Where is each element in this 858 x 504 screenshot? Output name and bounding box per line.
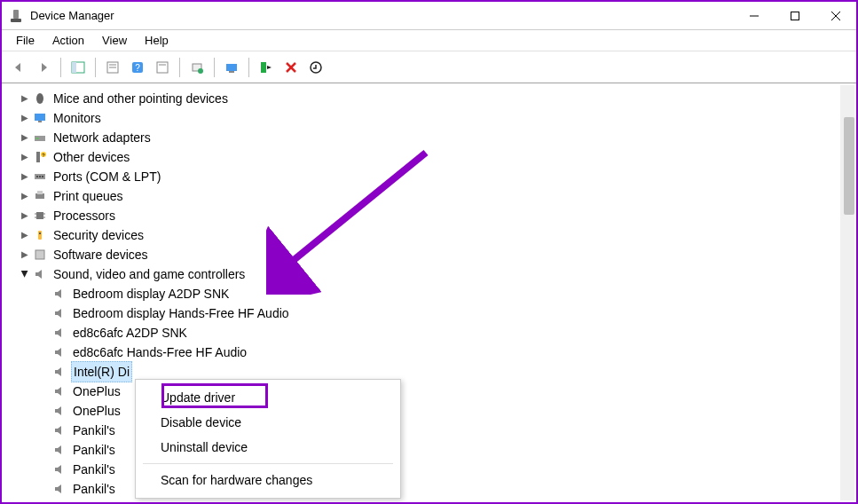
svg-rect-13 [157,62,168,73]
sound-icon [51,462,67,476]
ctx-scan-hardware[interactable]: Scan for hardware changes [136,468,400,492]
device-label: Bedroom display Hands-Free HF Audio [71,303,291,323]
svg-point-27 [36,138,38,139]
svg-rect-1 [11,19,21,22]
device-tree[interactable]: ▶Mice and other pointing devices▶Monitor… [2,83,856,502]
chevron-right-icon[interactable]: ▶ [18,186,32,206]
category-label: Security devices [51,225,146,245]
other-icon: ? [32,150,48,164]
svg-rect-3 [791,12,799,20]
printer-icon [32,189,48,203]
category-label: Other devices [51,147,131,167]
category-label: Sound, video and game controllers [51,264,247,284]
svg-point-34 [42,176,43,177]
sound-icon [51,306,67,320]
scan-button[interactable] [185,56,209,79]
chevron-right-icon[interactable]: ▶ [18,108,32,128]
sound-icon [51,423,67,437]
ctx-separator [143,463,393,464]
chevron-right-icon[interactable]: ▶ [18,206,32,225]
mouse-icon [32,91,48,106]
monitor-icon [32,111,48,125]
chevron-right-icon[interactable]: ▶ [18,89,32,108]
tree-device-item[interactable]: Bedroom display A2DP SNK [37,284,856,303]
device-label: Intel(R) Di [71,361,132,382]
properties-button[interactable] [101,56,124,79]
ctx-update-driver[interactable]: Update driver [136,385,400,410]
tree-device-item[interactable]: ed8c6afc A2DP SNK [37,323,856,343]
tree-device-item[interactable]: Bedroom display Hands-Free HF Audio [37,303,856,323]
toolbar-separator [214,58,215,77]
minimize-button[interactable] [734,2,775,30]
svg-rect-24 [35,114,45,121]
action-button[interactable] [304,56,327,79]
back-button[interactable] [7,56,30,79]
window-controls [734,2,856,30]
menu-help[interactable]: Help [136,32,177,49]
device-label: OnePlus [71,401,122,421]
svg-point-43 [39,232,41,234]
sound-icon [51,326,67,340]
svg-rect-44 [35,250,44,259]
ctx-disable-device[interactable]: Disable device [136,410,400,435]
tree-category[interactable]: ▶Print queues [18,186,856,206]
tree-category[interactable]: ▶Ports (COM & LPT) [18,167,856,186]
tree-category[interactable]: ▶Security devices [18,225,856,245]
menu-view[interactable]: View [93,32,136,49]
svg-rect-19 [261,62,266,73]
toolbar-separator [95,58,96,77]
sound-icon [51,482,67,496]
close-button[interactable] [815,2,856,30]
svg-point-33 [39,176,41,177]
window-title: Device Manager [30,9,734,22]
svg-rect-25 [38,121,42,122]
ctx-uninstall-device[interactable]: Uninstall device [136,435,400,460]
category-label: Ports (COM & LPT) [51,167,162,186]
svg-rect-18 [229,71,234,73]
security-icon [32,228,48,242]
software-icon [32,248,48,262]
chevron-right-icon[interactable]: ▶ [18,167,32,186]
tree-device-item[interactable]: ed8c6afc Hands-Free HF Audio [37,343,856,362]
scrollbar-thumb[interactable] [844,117,854,215]
category-label: Monitors [51,108,103,128]
properties2-button[interactable] [151,56,174,79]
tree-category-expanded[interactable]: ▶Sound, video and game controllers [18,264,856,284]
sound-icon [51,443,67,457]
sound-icon [51,404,67,418]
maximize-button[interactable] [775,2,815,30]
help-button[interactable]: ? [126,56,149,79]
uninstall-button[interactable] [279,56,303,79]
toolbar-separator [60,58,61,77]
chevron-right-icon[interactable]: ▶ [18,128,32,147]
chevron-right-icon[interactable]: ▶ [18,225,32,245]
tree-category[interactable]: ▶Network adapters [18,128,856,147]
toolbar-separator [179,58,180,77]
sound-icon [51,365,67,379]
tree-category[interactable]: ▶Processors [18,206,856,225]
enable-button[interactable] [255,56,278,79]
svg-rect-17 [226,64,237,71]
menu-action[interactable]: Action [43,32,93,49]
category-label: Network adapters [51,128,153,147]
device-label: OnePlus [71,382,122,401]
show-hide-tree-button[interactable] [67,56,90,79]
tree-category[interactable]: ▶?Other devices [18,147,856,167]
tree-category[interactable]: ▶Monitors [18,108,856,128]
device-label: Pankil's [71,460,117,479]
menu-file[interactable]: File [7,32,43,49]
category-label: Mice and other pointing devices [51,89,230,108]
chevron-right-icon[interactable]: ▶ [18,245,32,264]
toolbar-separator [248,58,249,77]
chevron-right-icon[interactable]: ▶ [18,147,32,167]
svg-rect-7 [72,62,76,73]
device-label: Pankil's [71,440,117,460]
sound-icon [51,384,67,398]
chevron-down-icon[interactable]: ▶ [15,267,35,281]
tree-category[interactable]: ▶Mice and other pointing devices [18,89,856,108]
forward-button[interactable] [32,56,55,79]
tree-category[interactable]: ▶Software devices [18,245,856,264]
update-driver-button[interactable] [220,56,243,79]
svg-rect-42 [38,231,42,240]
svg-point-16 [198,68,203,74]
